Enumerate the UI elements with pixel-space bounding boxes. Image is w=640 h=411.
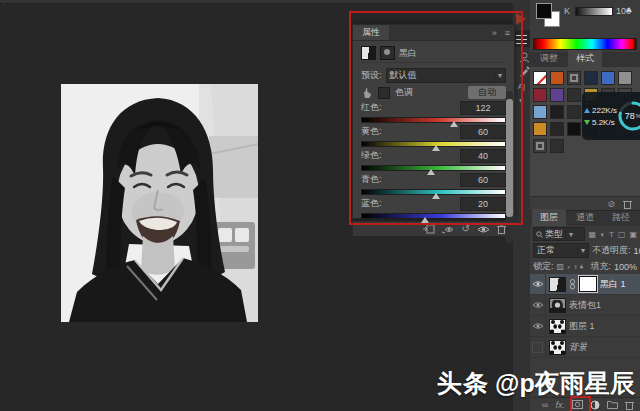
layer-name[interactable]: 图层 1 bbox=[569, 320, 595, 333]
style-swatch[interactable] bbox=[533, 139, 547, 153]
style-swatch[interactable] bbox=[550, 105, 564, 119]
layer-row-background[interactable]: 背景 bbox=[530, 337, 640, 358]
style-swatch[interactable] bbox=[584, 71, 598, 85]
opacity-value[interactable]: 100% bbox=[634, 246, 640, 256]
slider-value-input[interactable]: 122 bbox=[460, 101, 506, 115]
tab-layers[interactable]: 图层 bbox=[532, 209, 566, 226]
preset-dropdown[interactable]: 默认值 ▾ bbox=[386, 68, 506, 83]
delete-style-trash-icon[interactable] bbox=[623, 199, 632, 209]
layer-visibility-eye-icon[interactable] bbox=[532, 280, 544, 288]
style-swatch[interactable] bbox=[618, 71, 632, 85]
layer-visibility-eye-icon[interactable] bbox=[532, 301, 544, 309]
visibility-eye-icon[interactable] bbox=[477, 225, 490, 234]
lock-pixels-brush-icon[interactable] bbox=[567, 263, 571, 271]
tab-paths[interactable]: 路径 bbox=[604, 209, 638, 226]
layer-mask-thumbnail[interactable] bbox=[579, 276, 597, 292]
style-swatch[interactable] bbox=[550, 71, 564, 85]
lock-position-icon[interactable] bbox=[574, 263, 578, 271]
view-previous-state-icon[interactable] bbox=[442, 225, 455, 234]
new-adjustment-layer-icon[interactable] bbox=[590, 400, 600, 410]
panda-background-thumbnail[interactable] bbox=[549, 340, 566, 355]
lock-all-icon[interactable] bbox=[580, 262, 583, 271]
link-layers-icon[interactable]: ∞ bbox=[542, 400, 548, 410]
mask-icon[interactable] bbox=[380, 46, 395, 60]
photo-layer-thumbnail[interactable] bbox=[549, 298, 566, 313]
style-swatch[interactable] bbox=[567, 122, 581, 136]
slider-track[interactable] bbox=[361, 213, 506, 219]
slider-thumb[interactable] bbox=[421, 217, 429, 223]
filter-pixel-layers-icon[interactable]: ▦ bbox=[589, 230, 597, 239]
new-group-folder-icon[interactable] bbox=[607, 400, 618, 409]
slider-track[interactable] bbox=[361, 141, 506, 147]
dock-flag-icon[interactable] bbox=[516, 13, 526, 25]
dock-brush-icon[interactable] bbox=[516, 66, 533, 77]
style-swatch[interactable] bbox=[533, 88, 547, 102]
layer-name[interactable]: 背景 bbox=[569, 341, 587, 354]
add-mask-icon[interactable] bbox=[572, 400, 583, 409]
filter-shape-layers-icon[interactable]: ▢ bbox=[618, 230, 626, 239]
adjustment-layer-thumbnail[interactable] bbox=[549, 277, 566, 292]
k-channel-slider[interactable] bbox=[575, 7, 613, 16]
tint-checkbox[interactable] bbox=[378, 87, 390, 99]
filter-type-layers-icon[interactable]: T bbox=[609, 230, 614, 239]
style-swatch[interactable] bbox=[533, 71, 547, 85]
layer-visibility-eye-icon[interactable] bbox=[532, 322, 544, 330]
filter-smart-object-icon[interactable]: ▣ bbox=[629, 230, 637, 239]
percent-value: 78 bbox=[625, 111, 635, 121]
scrollbar-thumb[interactable] bbox=[506, 99, 513, 217]
style-swatch[interactable] bbox=[550, 88, 564, 102]
tab-channels[interactable]: 通道 bbox=[568, 209, 602, 226]
scrubby-hand-icon[interactable] bbox=[361, 87, 373, 99]
style-swatch[interactable] bbox=[567, 88, 581, 102]
style-swatch[interactable] bbox=[533, 105, 547, 119]
color-ramp[interactable] bbox=[533, 38, 637, 50]
layer-name[interactable]: 表情包1 bbox=[569, 299, 601, 312]
slider-value-input[interactable]: 20 bbox=[460, 197, 506, 211]
properties-scrollbar[interactable] bbox=[506, 91, 513, 243]
auto-button[interactable]: 自动 bbox=[468, 86, 506, 99]
layer-name[interactable]: 黑白 1 bbox=[600, 278, 626, 291]
blend-mode-dropdown[interactable]: 正常 ▾ bbox=[533, 243, 589, 258]
clip-to-layer-icon[interactable] bbox=[423, 224, 435, 234]
tab-styles[interactable]: 样式 bbox=[568, 50, 602, 67]
delete-trash-icon[interactable] bbox=[497, 224, 506, 234]
foreground-color-swatch[interactable] bbox=[536, 3, 552, 19]
k-value[interactable]: 100 bbox=[616, 6, 631, 16]
delete-layer-trash-icon[interactable] bbox=[625, 400, 634, 410]
slider-track[interactable] bbox=[361, 189, 506, 195]
canvas-photo[interactable] bbox=[61, 84, 258, 322]
panda-layer-thumbnail[interactable] bbox=[549, 319, 566, 334]
dock-properties-icon[interactable] bbox=[513, 30, 530, 47]
dock-character-panel-icon[interactable]: A| bbox=[513, 82, 530, 91]
style-swatch[interactable] bbox=[550, 139, 564, 153]
lock-transparency-icon[interactable]: ▨ bbox=[557, 262, 565, 271]
style-swatch[interactable] bbox=[550, 122, 564, 136]
layer-visibility-empty-box[interactable] bbox=[532, 342, 543, 353]
properties-tab[interactable]: 属性 bbox=[353, 25, 389, 40]
filter-adjustment-layers-icon[interactable]: ◐ bbox=[600, 230, 605, 239]
slider-label: 绿色: bbox=[361, 149, 382, 162]
layer-row-blackwhite[interactable]: 黑白 1 bbox=[530, 274, 640, 295]
slider-value-input[interactable]: 60 bbox=[460, 173, 506, 187]
filter-kind-dropdown[interactable]: 类型 ▾ bbox=[533, 227, 585, 241]
reset-icon[interactable]: ↺ bbox=[462, 222, 470, 236]
slider-track[interactable] bbox=[361, 117, 506, 123]
collapse-panel-icon[interactable]: » bbox=[488, 28, 501, 38]
fill-value[interactable]: 100% bbox=[614, 262, 637, 272]
layer-row-meme[interactable]: 表情包1 bbox=[530, 295, 640, 316]
panel-menu-icon[interactable]: ≡ bbox=[501, 28, 514, 38]
layer-row-layer1[interactable]: 图层 1 bbox=[530, 316, 640, 337]
style-swatch[interactable] bbox=[601, 71, 615, 85]
mask-link-icon[interactable] bbox=[569, 279, 576, 290]
tab-adjustments[interactable]: 调整 bbox=[532, 50, 566, 67]
style-swatch[interactable] bbox=[567, 71, 581, 85]
dock-clone-source-icon[interactable] bbox=[516, 52, 533, 63]
slider-track[interactable] bbox=[361, 165, 506, 171]
slider-value-input[interactable]: 60 bbox=[460, 125, 506, 139]
slider-value-input[interactable]: 40 bbox=[460, 149, 506, 163]
clear-style-icon[interactable]: ⊘ bbox=[607, 199, 615, 209]
dock-paragraph-panel-icon[interactable]: ¶ bbox=[513, 97, 530, 106]
style-swatch[interactable] bbox=[533, 122, 547, 136]
layer-style-fx-icon[interactable]: fx. bbox=[555, 400, 565, 410]
style-swatch[interactable] bbox=[567, 105, 581, 119]
